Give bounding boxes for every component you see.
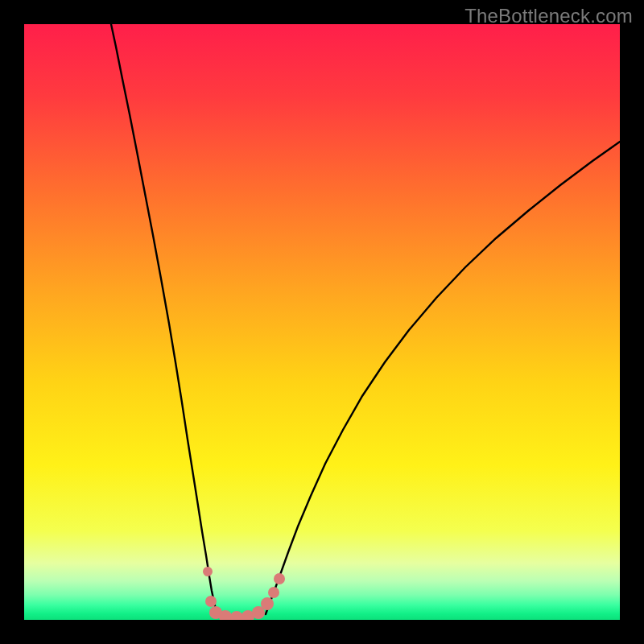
- marker-dot: [261, 597, 274, 610]
- marker-dot: [203, 567, 213, 576]
- chart-frame: TheBottleneck.com: [0, 0, 644, 644]
- right-curve: [266, 142, 620, 614]
- plot-area: [24, 24, 620, 620]
- marker-dot: [230, 611, 243, 620]
- marker-dot: [268, 587, 279, 598]
- marker-dot: [205, 596, 217, 607]
- bottleneck-markers: [203, 567, 285, 620]
- left-curve: [111, 24, 217, 614]
- curve-layer: [24, 24, 620, 620]
- marker-dot: [274, 573, 285, 584]
